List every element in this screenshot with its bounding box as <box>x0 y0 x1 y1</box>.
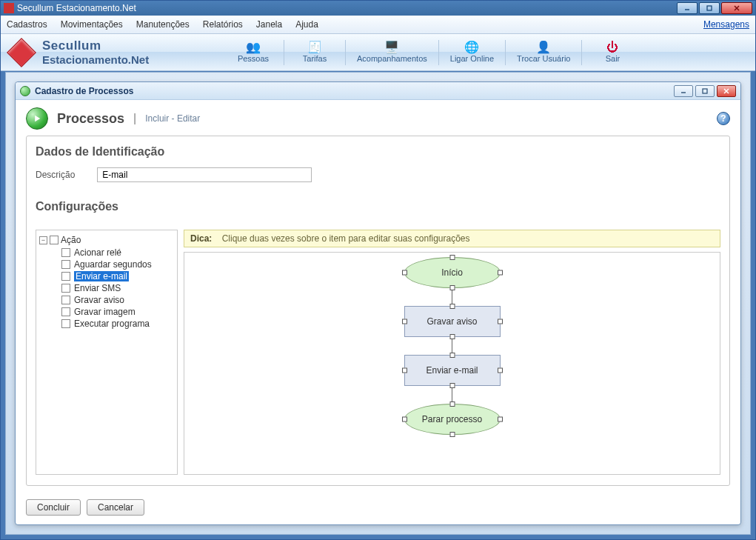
menu-relatorios[interactable]: Relatórios <box>203 19 243 30</box>
toolbar-separator <box>345 40 346 65</box>
tree-item-checkbox[interactable] <box>61 284 70 293</box>
toolbar-trocar-usuario-label: Trocar Usuário <box>517 54 570 63</box>
tree-item[interactable]: Enviar e-mail <box>60 270 174 282</box>
toolbar-separator <box>505 40 506 65</box>
tree-root-label: Ação <box>61 235 81 245</box>
tree-item-checkbox[interactable] <box>61 307 70 316</box>
tree-item[interactable]: Acionar relé <box>60 247 174 259</box>
tarifas-icon: 🧾 <box>307 41 322 53</box>
inner-minimize-button[interactable] <box>674 85 693 97</box>
hint-bar: Dica: Clique duas vezes sobre o item par… <box>184 230 720 247</box>
toolbar-tarifas-button[interactable]: 🧾Tarifas <box>289 37 341 68</box>
node-handle[interactable] <box>449 353 455 358</box>
node-handle[interactable] <box>402 368 407 373</box>
inner-maximize-button[interactable] <box>695 85 715 97</box>
outer-window-title: Secullum Estacionamento.Net <box>17 3 677 13</box>
descricao-input[interactable] <box>97 167 312 182</box>
node-handle[interactable] <box>402 417 407 422</box>
node-handle[interactable] <box>449 334 455 339</box>
node-handle[interactable] <box>402 270 407 276</box>
inner-window-icon <box>20 86 30 96</box>
brand-line1: Secullum <box>42 39 149 53</box>
tree-item-checkbox[interactable] <box>61 319 70 328</box>
tree-item[interactable]: Gravar imagem <box>60 306 174 318</box>
toolbar-acompanhamentos-label: Acompanhamentos <box>357 54 427 63</box>
menu-manutencoes[interactable]: Manutenções <box>136 19 190 30</box>
node-handle[interactable] <box>402 319 407 324</box>
page-title: Processos <box>57 111 124 127</box>
toolbar-pessoas-label: Pessoas <box>238 54 269 63</box>
tree-root[interactable]: − Ação <box>39 235 174 245</box>
toolbar-separator <box>438 40 439 65</box>
cancelar-button[interactable]: Cancelar <box>87 499 144 516</box>
outer-minimize-button[interactable] <box>677 2 698 14</box>
node-handle[interactable] <box>498 270 503 276</box>
tree-item-label: Gravar aviso <box>74 295 124 305</box>
node-handle[interactable] <box>449 432 455 437</box>
inner-titlebar[interactable]: Cadastro de Processos <box>16 82 740 100</box>
tree-item-checkbox[interactable] <box>61 296 70 304</box>
toolbar-ligar-online-button[interactable]: 🌐Ligar Online <box>444 37 501 68</box>
tree-item[interactable]: Aguardar segundos <box>60 259 174 270</box>
tree-item-checkbox[interactable] <box>61 248 70 257</box>
flow-node-oval[interactable]: Parar processo <box>404 404 501 435</box>
outer-maximize-button[interactable] <box>699 2 720 14</box>
inner-header: Processos | Incluir - Editar ? <box>16 100 740 136</box>
inner-close-button[interactable] <box>717 85 736 97</box>
toolbar-pessoas-button[interactable]: 👥Pessoas <box>227 37 279 68</box>
node-handle[interactable] <box>449 304 455 309</box>
node-handle[interactable] <box>449 383 455 388</box>
play-icon <box>26 107 48 130</box>
section-config-title: Configurações <box>36 200 720 213</box>
tree-item-checkbox[interactable] <box>61 260 70 269</box>
outer-window-buttons <box>677 2 752 14</box>
tree-panel: − Ação Acionar reléAguardar segundosEnvi… <box>36 230 178 475</box>
flow-node-oval[interactable]: Início <box>404 257 501 288</box>
descricao-label: Descrição <box>36 170 75 180</box>
node-handle[interactable] <box>498 368 503 373</box>
toolbar: 👥Pessoas🧾Tarifas🖥️Acompanhamentos🌐Ligar … <box>223 34 755 70</box>
node-handle[interactable] <box>449 255 455 260</box>
config-area: − Ação Acionar reléAguardar segundosEnvi… <box>36 230 720 475</box>
tree-root-checkbox[interactable] <box>50 236 58 244</box>
menu-cadastros[interactable]: Cadastros <box>7 19 47 30</box>
banner: Secullum Estacionamento.Net 👥Pessoas🧾Tar… <box>1 34 755 71</box>
menu-janela[interactable]: Janela <box>256 19 282 30</box>
section-identificacao-title: Dados de Identificação <box>36 145 720 159</box>
node-handle[interactable] <box>449 401 455 407</box>
page-subtitle: Incluir - Editar <box>145 113 200 124</box>
hint-text: Clique duas vezes sobre o item para edit… <box>222 233 470 244</box>
toolbar-trocar-usuario-button[interactable]: 👤Trocar Usuário <box>510 37 577 68</box>
trocar-usuario-icon: 👤 <box>536 41 551 53</box>
toolbar-separator <box>284 40 284 65</box>
inner-window: Cadastro de Processos Processos | Inclui… <box>15 81 741 525</box>
menu-ajuda[interactable]: Ajuda <box>295 19 318 30</box>
flow-node-rect[interactable]: Gravar aviso <box>404 306 501 337</box>
app-icon <box>4 3 14 13</box>
node-handle[interactable] <box>449 285 455 290</box>
toolbar-sair-button[interactable]: ⏻Sair <box>586 37 638 68</box>
mensagens-link[interactable]: Mensagens <box>703 19 749 30</box>
tree-item-label: Executar programa <box>74 319 150 329</box>
concluir-button[interactable]: Concluir <box>26 499 81 516</box>
menu-movimentacoes[interactable]: Movimentações <box>61 19 123 30</box>
svg-rect-1 <box>707 6 712 10</box>
flow-node-rect[interactable]: Enviar e-mail <box>404 355 501 386</box>
toolbar-separator <box>581 40 582 65</box>
tree-item[interactable]: Enviar SMS <box>60 282 174 294</box>
menubar: Cadastros Movimentações Manutenções Rela… <box>1 16 755 34</box>
outer-titlebar[interactable]: Secullum Estacionamento.Net <box>1 1 755 16</box>
diagram-canvas[interactable]: InícioGravar avisoEnviar e-mailParar pro… <box>184 252 720 475</box>
node-handle[interactable] <box>498 319 503 324</box>
sair-icon: ⏻ <box>606 41 618 53</box>
tree-collapse-icon[interactable]: − <box>39 236 47 244</box>
form-panel: Dados de Identificação Descrição Configu… <box>26 136 730 486</box>
tree-item[interactable]: Gravar aviso <box>60 294 174 306</box>
help-icon[interactable]: ? <box>717 112 730 125</box>
tree-item-checkbox[interactable] <box>61 272 70 281</box>
tree-item[interactable]: Executar programa <box>60 318 174 330</box>
toolbar-acompanhamentos-button[interactable]: 🖥️Acompanhamentos <box>350 37 434 68</box>
svg-rect-5 <box>703 89 707 93</box>
node-handle[interactable] <box>498 417 503 422</box>
outer-close-button[interactable] <box>721 2 752 14</box>
